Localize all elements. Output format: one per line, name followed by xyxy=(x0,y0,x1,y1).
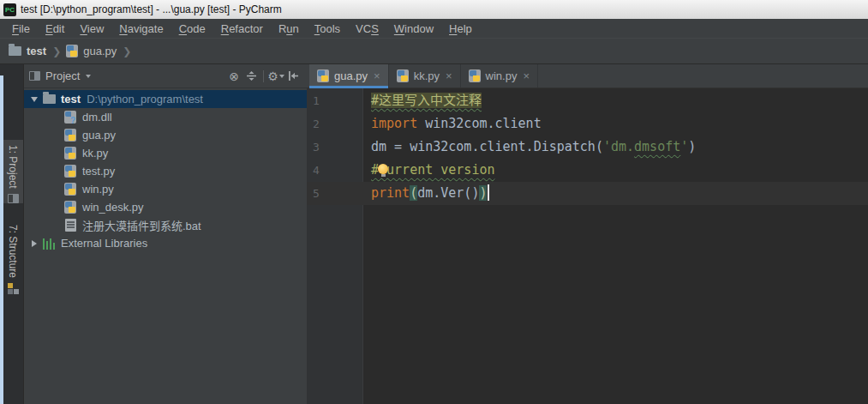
dropdown-arrow-icon[interactable] xyxy=(86,75,91,78)
tree-item-label: win_desk.py xyxy=(82,201,144,214)
tab-close-icon[interactable]: × xyxy=(446,69,452,82)
stripe-button-label: 1: Project xyxy=(7,145,19,189)
python-file-icon xyxy=(397,69,409,82)
text-caret xyxy=(488,184,489,201)
hide-panel-icon[interactable] xyxy=(284,69,302,84)
code-line-5: 5print(dm.Ver()) xyxy=(307,182,868,205)
menu-item-window[interactable]: Window xyxy=(386,19,441,39)
intention-bulb-icon[interactable] xyxy=(378,164,388,174)
python-file-icon xyxy=(66,45,78,57)
tab-label: kk.py xyxy=(414,69,440,82)
breadcrumb: test❯gua.py❯ xyxy=(0,39,868,64)
menu-item-run[interactable]: Run xyxy=(271,19,307,39)
tree-item-label: gua.py xyxy=(82,129,116,142)
code-line-4: 4#current version xyxy=(307,159,868,182)
code-token: #这里写入中文注释 xyxy=(371,93,482,108)
tab-label: gua.py xyxy=(334,69,368,82)
tree-item-label: External Libraries xyxy=(61,237,147,250)
project-window-icon xyxy=(29,71,40,81)
python-file-icon xyxy=(317,69,329,82)
collapse-all-icon[interactable] xyxy=(242,69,260,84)
toolbar-separator xyxy=(263,70,264,82)
locate-icon[interactable]: ⊗ xyxy=(225,69,242,84)
breadcrumb-item-test[interactable]: test xyxy=(9,45,46,57)
project-tool-window: Project ⊗ ⚙ testD:\python_pr xyxy=(23,64,307,404)
editor-area: gua.py×kk.py×win.py× 1#这里写入中文注释2import w… xyxy=(307,64,868,404)
expand-down-icon[interactable] xyxy=(28,97,40,102)
code-token: dm = win32com.client.Dispatch( xyxy=(371,139,603,154)
chevron-right-icon: ❯ xyxy=(52,45,61,57)
settings-gear-icon[interactable]: ⚙ xyxy=(267,69,284,84)
unknown-icon xyxy=(62,111,79,124)
folder-icon xyxy=(40,94,57,104)
tab-kk-py[interactable]: kk.py× xyxy=(389,64,461,87)
structure-tool-icon xyxy=(8,283,19,294)
python-icon xyxy=(62,201,79,214)
tree-row-dm-dll[interactable]: dm.dll xyxy=(24,108,307,126)
code-text[interactable]: print(dm.Ver()) xyxy=(364,182,489,205)
tree-item-label: dm.dll xyxy=(82,111,112,124)
chevron-right-icon: ❯ xyxy=(123,45,131,57)
expand-right-icon[interactable] xyxy=(28,240,40,247)
stripe-button-7-structure[interactable]: 7: Structure xyxy=(3,220,23,294)
tree-row-win-desk-py[interactable]: win_desk.py xyxy=(24,198,307,216)
tree-row-test-py[interactable]: test.py xyxy=(24,162,307,180)
code-token: ( xyxy=(410,185,417,201)
tree-row-kk-py[interactable]: kk.py xyxy=(24,144,307,162)
text-icon xyxy=(62,219,79,232)
desktop-edge xyxy=(0,75,3,404)
project-tool-icon xyxy=(8,194,19,203)
code-token: ) xyxy=(479,185,487,201)
line-number[interactable]: 5 xyxy=(307,182,364,205)
line-number[interactable]: 4 xyxy=(307,159,364,182)
code-token: 'dm. xyxy=(603,139,634,154)
code-token: win32com.client xyxy=(417,116,542,131)
menu-bar: FileEditViewNavigateCodeRefactorRunTools… xyxy=(0,19,868,39)
tree-row-注册大漠插件到系统-bat[interactable]: 注册大漠插件到系统.bat xyxy=(24,216,307,234)
tab-gua-py[interactable]: gua.py× xyxy=(309,64,389,87)
libraries-icon xyxy=(40,238,57,250)
tab-label: win.py xyxy=(486,69,518,82)
tree-row-test[interactable]: testD:\python_program\test xyxy=(24,90,307,108)
pycharm-logo-icon: PC xyxy=(3,3,16,16)
line-number[interactable]: 1 xyxy=(307,89,364,112)
python-file-icon xyxy=(469,69,481,82)
code-token: dmsoft xyxy=(634,139,680,154)
menu-item-navigate[interactable]: Navigate xyxy=(111,19,171,39)
tab-close-icon[interactable]: × xyxy=(523,69,530,82)
line-number[interactable]: 2 xyxy=(307,112,364,136)
menu-item-edit[interactable]: Edit xyxy=(38,19,72,39)
breadcrumb-item-gua-py[interactable]: gua.py xyxy=(66,45,117,57)
python-icon xyxy=(62,183,79,196)
menu-item-tools[interactable]: Tools xyxy=(307,19,348,39)
code-token: dm.Ver() xyxy=(417,185,479,201)
tree-row-win-py[interactable]: win.py xyxy=(24,180,307,198)
code-token: ' xyxy=(680,139,688,154)
code-text[interactable]: import win32com.client xyxy=(364,112,542,136)
tree-row-gua-py[interactable]: gua.py xyxy=(24,126,307,144)
menu-item-vcs[interactable]: VCS xyxy=(348,19,386,39)
tree-item-label: win.py xyxy=(82,183,114,196)
code-lines: 1#这里写入中文注释2import win32com.client3dm = w… xyxy=(307,89,868,205)
tab-win-py[interactable]: win.py× xyxy=(461,64,538,87)
window-title: test [D:\python_program\test] - ...\gua.… xyxy=(21,3,282,15)
code-text[interactable]: #这里写入中文注释 xyxy=(364,89,482,112)
code-text[interactable]: dm = win32com.client.Dispatch('dm.dmsoft… xyxy=(364,136,696,159)
menu-item-view[interactable]: View xyxy=(72,19,111,39)
line-number[interactable]: 3 xyxy=(307,136,364,159)
menu-item-file[interactable]: File xyxy=(4,19,38,39)
stripe-button-1-project[interactable]: 1: Project xyxy=(3,140,23,203)
breadcrumb-label: test xyxy=(27,45,46,57)
python-icon xyxy=(62,147,79,160)
code-editor[interactable]: 1#这里写入中文注释2import win32com.client3dm = w… xyxy=(307,88,868,404)
tree-row-external-libraries[interactable]: External Libraries xyxy=(24,234,307,252)
tree-item-label: kk.py xyxy=(82,147,108,160)
code-token: ) xyxy=(688,139,696,154)
project-panel-title[interactable]: Project xyxy=(45,69,80,82)
tab-close-icon[interactable]: × xyxy=(374,69,380,82)
menu-item-help[interactable]: Help xyxy=(441,19,480,39)
python-icon xyxy=(62,165,79,178)
menu-item-code[interactable]: Code xyxy=(171,19,213,39)
code-text[interactable]: #current version xyxy=(364,159,495,182)
menu-item-refactor[interactable]: Refactor xyxy=(213,19,271,39)
